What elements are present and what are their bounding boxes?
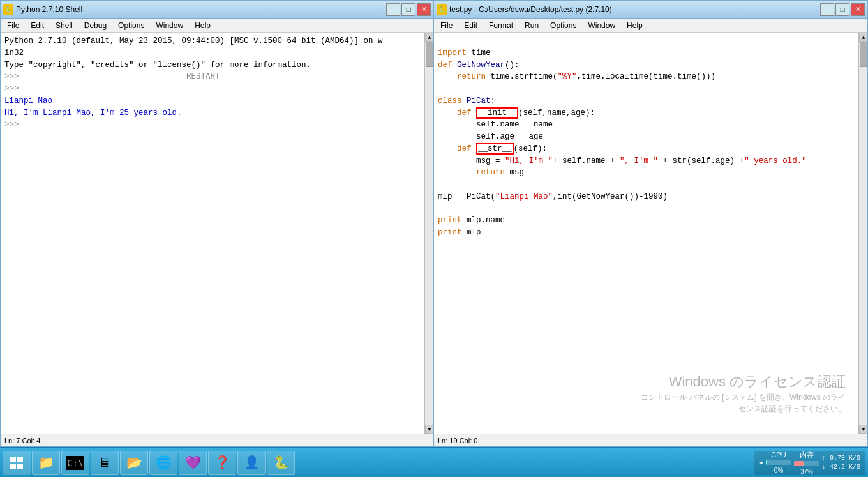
shell-content-area: Python 2.7.10 (default, May 23 2015, 09:… xyxy=(1,33,433,434)
editor-code[interactable]: import time def GetNowYear(): return tim… xyxy=(434,33,858,254)
taskbar-vs-btn[interactable]: 💜 xyxy=(179,451,207,475)
editor-minimize-button[interactable]: ─ xyxy=(820,3,834,16)
shell-close-button[interactable]: ✕ xyxy=(417,3,431,16)
editor-menu-bar: File Edit Format Run Options Window Help xyxy=(434,19,867,33)
help-icon: ❓ xyxy=(213,454,231,472)
editor-menu-options[interactable]: Options xyxy=(545,20,581,31)
cmd-icon: C:\ xyxy=(66,456,84,470)
shell-scroll-up[interactable]: ▲ xyxy=(425,33,433,42)
editor-window-controls: ─ □ ✕ xyxy=(820,3,865,16)
taskbar-folder-btn[interactable]: 📂 xyxy=(120,451,148,475)
windows-logo-icon xyxy=(10,456,24,470)
tray-show-hidden-btn[interactable]: ◂ xyxy=(759,458,763,467)
shell-menu-edit[interactable]: Edit xyxy=(26,20,49,31)
editor-title-bar: 🐍 test.py - C:/Users/dswu/Desktop/test.p… xyxy=(434,1,867,19)
taskbar-cmd-btn[interactable]: C:\ xyxy=(61,451,89,475)
cpu-bar-fill xyxy=(766,460,767,465)
editor-menu-format[interactable]: Format xyxy=(484,20,518,31)
editor-window-icon: 🐍 xyxy=(437,4,447,15)
python-taskbar-icon: 🐍 xyxy=(272,454,290,472)
taskbar-help-btn[interactable]: ❓ xyxy=(208,451,236,475)
taskbar-user-btn[interactable]: 👤 xyxy=(237,451,266,475)
shell-window-title: Python 2.7.10 Shell xyxy=(16,5,82,14)
folder-icon: 📂 xyxy=(125,454,143,472)
editor-window: 🐍 test.py - C:/Users/dswu/Desktop/test.p… xyxy=(434,0,868,447)
editor-menu-run[interactable]: Run xyxy=(520,20,544,31)
shell-menu-help[interactable]: Help xyxy=(190,20,216,31)
shell-menu-debug[interactable]: Debug xyxy=(79,20,112,31)
shell-window: 🐍 Python 2.7.10 Shell ─ □ ✕ File Edit Sh… xyxy=(0,0,434,447)
cpu-bar xyxy=(766,460,791,465)
shell-minimize-button[interactable]: ─ xyxy=(386,3,400,16)
taskbar-python-btn[interactable]: 🐍 xyxy=(267,451,295,475)
taskbar-ie-btn[interactable]: 🌐 xyxy=(149,451,177,475)
editor-status-text: Ln: 19 Col: 0 xyxy=(438,437,477,444)
shell-maximize-button[interactable]: □ xyxy=(401,3,415,16)
system-tray: ◂ CPU 0% 内存 37% ↑ 0.70 K/S ↓ 42.2 K/S xyxy=(754,451,865,475)
network-indicator: ↑ 0.70 K/S ↓ 42.2 K/S xyxy=(822,454,860,472)
shell-scroll-down[interactable]: ▼ xyxy=(425,425,433,434)
editor-scrollbar[interactable]: ▲ ▼ xyxy=(858,33,867,434)
cpu-label: CPU xyxy=(771,451,786,458)
shell-status-text: Ln: 7 Col: 4 xyxy=(4,437,40,444)
shell-menu-window[interactable]: Window xyxy=(151,20,188,31)
svg-rect-2 xyxy=(10,464,16,469)
shell-scrollbar[interactable]: ▲ ▼ xyxy=(424,33,433,434)
memory-bar-fill xyxy=(794,461,804,466)
taskbar: 📁 C:\ 🖥 📂 🌐 💜 ❓ 👤 🐍 ◂ CPU 0% xyxy=(0,447,868,477)
svg-rect-3 xyxy=(17,464,23,469)
cpu-indicator: CPU 0% xyxy=(766,451,791,474)
editor-status-bar: Ln: 19 Col: 0 xyxy=(434,434,867,446)
network-down-icon: ↓ 42.2 K/S xyxy=(822,463,860,472)
editor-scroll-up[interactable]: ▲ xyxy=(859,33,867,42)
file-explorer-icon: 📁 xyxy=(37,454,55,472)
memory-value: 37% xyxy=(800,467,813,476)
memory-bar xyxy=(794,461,819,466)
start-button[interactable] xyxy=(3,451,31,475)
editor-inner: import time def GetNowYear(): return tim… xyxy=(434,33,858,434)
editor-window-title: test.py - C:/Users/dswu/Desktop/test.py … xyxy=(449,5,612,14)
shell-output[interactable]: Python 2.7.10 (default, May 23 2015, 09:… xyxy=(1,33,424,434)
editor-content-area: import time def GetNowYear(): return tim… xyxy=(434,33,867,434)
watermark-subtitle: コントロール パネルの [システム] を開き、Windows のライセンス認証を… xyxy=(641,391,846,414)
shell-title-bar: 🐍 Python 2.7.10 Shell ─ □ ✕ xyxy=(1,1,433,19)
editor-close-button[interactable]: ✕ xyxy=(851,3,865,16)
editor-scroll-thumb[interactable] xyxy=(860,42,867,67)
shell-menu-bar: File Edit Shell Debug Options Window Hel… xyxy=(1,19,433,33)
editor-menu-window[interactable]: Window xyxy=(583,20,620,31)
svg-rect-1 xyxy=(17,457,23,462)
svg-rect-0 xyxy=(10,457,16,462)
memory-indicator: 内存 37% xyxy=(794,450,819,476)
memory-label: 内存 xyxy=(800,450,814,460)
shell-output-text: Python 2.7.10 (default, May 23 2015, 09:… xyxy=(4,35,421,131)
taskbar-file-explorer-btn[interactable]: 📁 xyxy=(32,451,60,475)
ie-icon: 🌐 xyxy=(154,454,172,472)
explorer-icon: 🖥 xyxy=(96,454,114,472)
shell-menu-file[interactable]: File xyxy=(2,20,24,31)
watermark-title: Windows のライセンス認証 xyxy=(641,372,846,391)
editor-scroll-down[interactable]: ▼ xyxy=(859,425,867,434)
network-up-icon: ↑ 0.70 K/S xyxy=(822,454,860,463)
shell-status-bar: Ln: 7 Col: 4 xyxy=(1,434,433,446)
shell-scroll-thumb[interactable] xyxy=(426,42,433,67)
shell-window-icon: 🐍 xyxy=(3,4,13,15)
editor-menu-help[interactable]: Help xyxy=(622,20,648,31)
editor-menu-file[interactable]: File xyxy=(435,20,458,31)
shell-menu-options[interactable]: Options xyxy=(113,20,149,31)
taskbar-explorer-btn[interactable]: 🖥 xyxy=(91,451,119,475)
editor-maximize-button[interactable]: □ xyxy=(835,3,849,16)
shell-window-controls: ─ □ ✕ xyxy=(386,3,431,16)
vs-icon: 💜 xyxy=(184,454,202,472)
user-icon: 👤 xyxy=(243,454,260,472)
cpu-value: 0% xyxy=(774,466,783,474)
shell-menu-shell[interactable]: Shell xyxy=(50,20,78,31)
editor-menu-edit[interactable]: Edit xyxy=(459,20,483,31)
windows-watermark: Windows のライセンス認証 コントロール パネルの [システム] を開き、… xyxy=(641,372,846,414)
